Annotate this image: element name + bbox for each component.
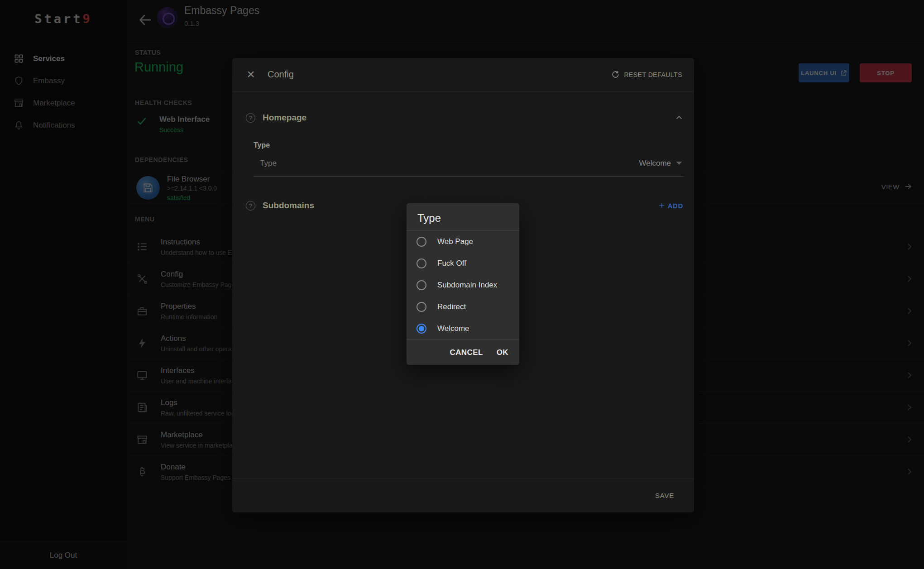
radio-option-label: Subdomain Index <box>437 281 497 290</box>
radio-icon <box>417 280 426 290</box>
radio-option-welcome[interactable]: Welcome <box>407 318 519 339</box>
type-options-list: Web Page Fuck Off Subdomain Index Redire… <box>407 231 519 339</box>
radio-option-web-page[interactable]: Web Page <box>407 231 519 253</box>
radio-icon <box>417 237 426 247</box>
radio-option-subdomain-index[interactable]: Subdomain Index <box>407 274 519 296</box>
cancel-button[interactable]: CANCEL <box>450 348 483 357</box>
radio-option-fuck-off[interactable]: Fuck Off <box>407 253 519 274</box>
radio-option-label: Web Page <box>437 237 473 246</box>
screen: Start9 Services Embassy Marketplace Noti… <box>0 0 924 569</box>
radio-option-label: Redirect <box>437 302 466 311</box>
radio-icon <box>417 258 426 268</box>
radio-option-label: Welcome <box>437 324 469 333</box>
type-dialog-title: Type <box>417 212 508 225</box>
radio-option-redirect[interactable]: Redirect <box>407 296 519 318</box>
type-dialog-header: Type <box>407 203 519 231</box>
radio-option-label: Fuck Off <box>437 259 466 268</box>
type-dialog-footer: CANCEL OK <box>407 339 519 365</box>
ok-button[interactable]: OK <box>497 348 508 357</box>
radio-icon <box>417 302 426 312</box>
radio-icon <box>417 324 426 334</box>
type-dialog: Type Web Page Fuck Off Subdomain Index R… <box>407 203 519 365</box>
